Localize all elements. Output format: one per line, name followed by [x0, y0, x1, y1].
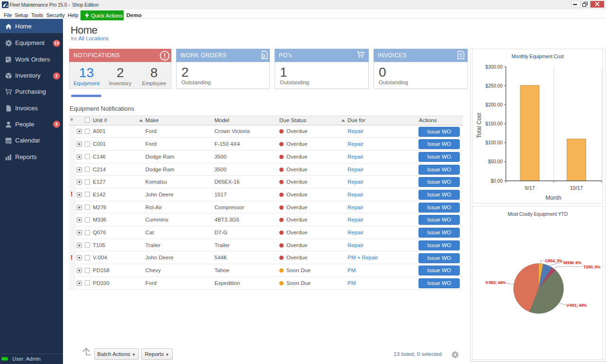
svg-text:$300.00: $300.00	[485, 64, 503, 70]
svg-text:$200.00: $200.00	[485, 102, 503, 107]
svg-text:$100.00: $100.00	[485, 140, 503, 145]
svg-text:$250.00: $250.00	[485, 83, 503, 89]
svg-text:V-001; 44%: V-001; 44%	[566, 303, 587, 308]
svg-text:$50.00: $50.00	[488, 159, 503, 164]
svg-text:Total Cost: Total Cost	[476, 113, 482, 138]
svg-text:9/17: 9/17	[525, 185, 535, 191]
svg-text:$150.00: $150.00	[485, 121, 503, 126]
svg-text:V-002; 44%: V-002; 44%	[485, 280, 506, 285]
svg-text:$0.00: $0.00	[490, 178, 502, 184]
svg-text:Month: Month	[545, 195, 561, 201]
svg-text:M336: 6%: M336: 6%	[563, 260, 581, 265]
svg-text:T200; 3%: T200; 3%	[583, 265, 600, 269]
svg-text:10/17: 10/17	[570, 185, 583, 191]
svg-text:C054; 3%: C054; 3%	[545, 258, 562, 263]
